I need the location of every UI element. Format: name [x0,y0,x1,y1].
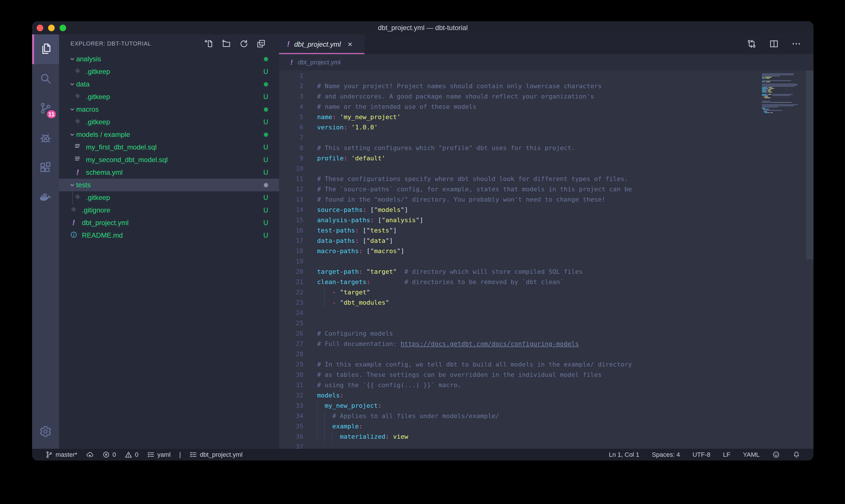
indent-guide [324,411,325,421]
tree-item-label: models / example [76,130,260,139]
split-editor-button[interactable] [769,39,779,50]
tree-row-data[interactable]: data [59,78,279,90]
minimize-window-button[interactable] [48,25,55,31]
chevron-down-icon [69,106,76,113]
tree-row-models-example[interactable]: models / example [59,128,279,141]
tree-row-analysis[interactable]: analysis [59,53,279,65]
code-line-21: 21clean-targets: # directories to be rem… [279,277,813,287]
indent-guide [317,411,317,421]
status-item-warnings[interactable]: 0 [125,451,138,458]
status-item-notifications[interactable] [793,451,800,458]
activity-item-source-control[interactable]: 11 [32,94,59,124]
gear-icon [39,425,52,439]
maximize-window-button[interactable] [59,25,66,31]
activity-item-explorer[interactable] [32,34,59,64]
status-bar-right: Ln 1, Col 1Spaces: 4UTF-8LFYAML [596,451,800,458]
activity-bar-items: 11 [32,34,59,213]
tree-row-schema-yml[interactable]: ! schema.ymlU [59,166,279,179]
new-file-button[interactable] [204,39,213,48]
status-item-cursor-position[interactable]: Ln 1, Col 1 [609,451,639,458]
tree-row--gitkeep[interactable]: .gitkeepU [59,116,279,128]
tree-item-label: .gitkeep [86,118,260,126]
collapse-all-icon [256,39,266,48]
code-line-37: 37 [279,442,813,449]
code-line-34: 34 # Applies to all files under models/e… [279,411,813,421]
breadcrumb[interactable]: ! dbt_project.yml [279,54,813,70]
tree-row-my-first-dbt-model-sql[interactable]: my_first_dbt_model.sqlU [59,141,279,154]
code-line-13: 13# found in the "models/" directory. Yo… [279,195,813,205]
status-item-label: master* [56,451,77,458]
tree-item-label: data [76,80,260,88]
status-item-encoding[interactable]: UTF-8 [693,451,711,458]
line-content: profile: 'default' [317,153,385,163]
status-item-eol[interactable]: LF [723,451,731,458]
tree-row-dbt-project-yml[interactable]: ! dbt_project.ymlU [59,216,279,229]
code-line-1: 1 [279,71,813,81]
docker-icon [39,191,52,205]
folder-modified-dot [264,57,268,61]
status-item-feedback[interactable] [772,451,780,458]
tree-row-readme-md[interactable]: README.mdU [59,229,279,242]
activity-item-search[interactable] [32,64,59,94]
tree-item-label: dbt_project.yml [82,219,260,227]
line-number: 2 [279,81,303,91]
search-icon [39,72,52,86]
status-item-linter-file[interactable]: dbt_project.yml [189,451,242,458]
open-changes-button[interactable] [747,39,757,50]
new-folder-button[interactable] [221,39,231,48]
line-content: # name or the intended use of these mode… [317,102,477,112]
tab-dbt-project-yml[interactable]: ! dbt_project.yml × [279,34,364,54]
screenshot-canvas: { "window": { "title": "dbt_project.yml … [0,0,845,504]
line-number: 1 [279,71,303,81]
line-content: macro-paths: ["macros"] [317,246,404,256]
activity-item-extensions[interactable] [32,154,59,183]
minimap[interactable] [762,72,805,114]
status-item-errors[interactable]: 0 [102,451,116,458]
explorer-actions [204,39,266,48]
minimap-line [762,110,805,111]
git-status-badge: U [263,194,268,202]
tree-row--gitignore[interactable]: .gitignoreU [59,204,279,216]
tree-row-macros[interactable]: macros [59,103,279,116]
code-line-18: 18macro-paths: ["macros"] [279,246,813,256]
settings-button[interactable] [32,420,59,444]
refresh-button[interactable] [239,39,248,48]
tree-row-tests[interactable]: tests [59,179,279,191]
line-content: test-paths: ["tests"] [317,226,397,236]
minimap-line [762,90,805,91]
tree-row--gitkeep[interactable]: .gitkeepU [59,65,279,78]
more-actions-button[interactable] [791,39,802,50]
collapse-all-button[interactable] [256,39,266,48]
activity-item-debug[interactable] [32,124,59,154]
line-content: # In this example config, we tell dbt to… [317,359,632,370]
bell-icon [793,451,800,458]
status-item-git-branch[interactable]: master* [45,451,77,458]
diff-icon [747,45,757,50]
tree-row--gitkeep[interactable]: .gitkeepU [59,191,279,204]
vscode-window: dbt_project.yml — dbt-tutorial 11 EXPLOR… [32,21,813,461]
code-line-9: 9profile: 'default' [279,153,813,163]
status-item-indentation[interactable]: Spaces: 4 [652,451,680,458]
code-line-22: 22 - "target" [279,287,813,298]
tree-row-my-second-dbt-model-sql[interactable]: my_second_dbt_model.sqlU [59,154,279,166]
yaml-problem-icon: ! [76,168,79,176]
status-item-language-mode[interactable]: YAML [743,451,760,458]
editor-scrollbar[interactable] [806,70,813,259]
line-content: my_new_project: [317,401,381,411]
status-item-linter-yaml[interactable]: yaml [147,451,170,458]
code-area[interactable]: 12# Name your project! Project names sho… [279,70,813,449]
tree-row--gitkeep[interactable]: .gitkeepU [59,90,279,103]
yaml-problem-icon: ! [72,219,75,227]
line-content: # These configurations specify where dbt… [317,174,628,184]
activity-item-docker[interactable] [32,183,59,213]
new-folder-icon [221,39,231,48]
close-window-button[interactable] [37,25,43,31]
code-line-12: 12# The `source-paths` config, for examp… [279,184,813,195]
chevron-down-icon [69,182,76,188]
git-status-badge: U [263,219,268,227]
status-item-sync[interactable] [86,451,94,458]
line-number: 35 [279,421,303,432]
code-line-26: 26# Configuring models [279,328,813,339]
tab-close-icon[interactable]: × [348,40,352,48]
status-item-label: yaml [157,451,170,458]
